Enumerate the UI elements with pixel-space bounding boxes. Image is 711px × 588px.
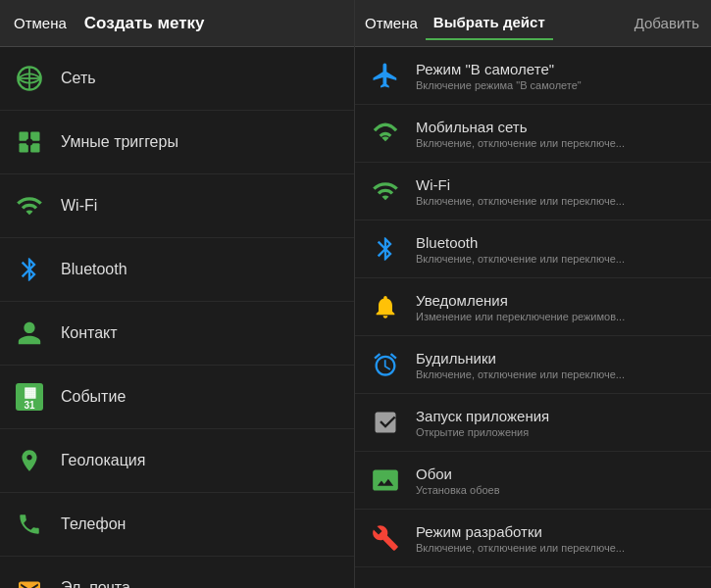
right-item-wifi-sub: Включение, отключение или переключе... [416, 195, 625, 207]
right-item-alarms[interactable]: Будильники Включение, отключение или пер… [355, 336, 711, 394]
right-item-wallpaper[interactable]: Обои Установка обоев [355, 452, 711, 510]
svg-rect-4 [30, 132, 39, 141]
left-item-event[interactable]: ▦ 31 Событие [0, 366, 354, 429]
airplane-icon [367, 57, 404, 94]
right-item-bluetooth-title: Bluetooth [416, 234, 625, 251]
right-item-airplane-sub: Включение режима "В самолете" [416, 79, 582, 91]
left-item-contact[interactable]: Контакт [0, 302, 354, 366]
cancel-left-button[interactable]: Отмена [10, 7, 76, 39]
wifi-icon-right [367, 172, 404, 210]
right-item-devmode-title: Режим разработки [416, 523, 625, 540]
bluetooth-icon-left [12, 252, 47, 287]
right-item-bluetooth-text: Bluetooth Включение, отключение или пере… [416, 234, 625, 265]
right-item-bluetooth-sub: Включение, отключение или переключе... [416, 253, 625, 265]
right-list: Режим "В самолете" Включение режима "В с… [355, 47, 711, 588]
left-item-smart-label: Умные триггеры [61, 133, 178, 151]
right-item-alarms-sub: Включение, отключение или переключе... [416, 368, 625, 380]
right-item-airplane[interactable]: Режим "В самолете" Включение режима "В с… [355, 47, 711, 105]
right-header: Отмена Выбрать дейст Добавить [355, 0, 711, 47]
left-item-network[interactable]: Сеть [0, 47, 354, 111]
right-item-wifi[interactable]: Wi-Fi Включение, отключение или переключ… [355, 163, 711, 220]
right-panel: Отмена Выбрать дейст Добавить Режим "В с… [355, 0, 711, 588]
right-item-launch-sub: Открытие приложения [416, 426, 549, 438]
left-list: Сеть Умные триггеры [0, 47, 354, 588]
left-item-wifi-label: Wi-Fi [61, 197, 97, 215]
right-item-alarms-title: Будильники [416, 350, 625, 367]
left-item-bluetooth-label: Bluetooth [61, 261, 127, 278]
right-item-mobile-text: Мобильная сеть Включение, отключение или… [416, 119, 625, 149]
wallpaper-icon [367, 462, 404, 499]
left-item-bluetooth[interactable]: Bluetooth [0, 238, 354, 302]
right-item-wifi-text: Wi-Fi Включение, отключение или переключ… [416, 176, 625, 207]
left-header: Отмена Создать метку [0, 0, 354, 47]
left-item-event-label: Событие [61, 388, 126, 406]
network-icon [12, 61, 47, 96]
left-item-contact-label: Контакт [61, 324, 118, 342]
phone-icon [12, 507, 47, 542]
right-item-wallpaper-sub: Установка обоев [416, 484, 500, 496]
mobile-network-icon [367, 115, 404, 152]
left-item-smart[interactable]: Умные триггеры [0, 111, 354, 174]
left-panel-title: Создать метку [84, 14, 205, 33]
right-item-notifications-text: Уведомления Изменение или переключение р… [416, 292, 625, 322]
right-item-devmode-text: Режим разработки Включение, отключение и… [416, 523, 625, 554]
smart-icon [12, 124, 47, 160]
left-item-email[interactable]: Эл. почта [0, 557, 354, 588]
right-item-airplane-text: Режим "В самолете" Включение режима "В с… [416, 61, 582, 91]
left-panel: Отмена Создать метку Сеть [0, 0, 355, 588]
left-item-wifi[interactable]: Wi-Fi [0, 174, 354, 238]
cancel-right-button[interactable]: Отмена [361, 7, 426, 39]
bell-icon [367, 288, 404, 325]
left-item-geo[interactable]: Геолокация [0, 429, 354, 493]
right-item-launch-text: Запуск приложения Открытие приложения [416, 408, 549, 438]
geo-icon [12, 443, 47, 478]
tab-select-action[interactable]: Выбрать дейст [426, 6, 553, 40]
left-item-phone-label: Телефон [61, 515, 126, 533]
svg-rect-6 [30, 143, 39, 152]
left-item-phone[interactable]: Телефон [0, 493, 354, 557]
right-item-alarms-text: Будильники Включение, отключение или пер… [416, 350, 625, 380]
right-item-wifi-title: Wi-Fi [416, 176, 625, 193]
right-item-notifications[interactable]: Уведомления Изменение или переключение р… [355, 278, 711, 336]
right-item-launch-title: Запуск приложения [416, 408, 549, 424]
right-item-bluetooth[interactable]: Bluetooth Включение, отключение или пере… [355, 220, 711, 278]
right-item-devmode[interactable]: Режим разработки Включение, отключение и… [355, 510, 711, 567]
right-item-mobile-title: Мобильная сеть [416, 119, 625, 135]
right-item-devmode-sub: Включение, отключение или переключе... [416, 542, 625, 554]
email-icon [12, 570, 47, 588]
right-item-notifications-title: Уведомления [416, 292, 625, 309]
left-item-geo-label: Геолокация [61, 452, 145, 469]
bluetooth-icon-right [367, 230, 404, 268]
alarm-icon [367, 346, 404, 383]
wifi-icon-left [12, 188, 47, 223]
event-icon: ▦ 31 [12, 379, 47, 415]
add-button[interactable]: Добавить [629, 7, 705, 39]
right-item-launch[interactable]: Запуск приложения Открытие приложения [355, 394, 711, 452]
svg-rect-5 [20, 143, 28, 152]
right-item-airplane-title: Режим "В самолете" [416, 61, 582, 77]
svg-rect-3 [20, 132, 28, 141]
wrench-icon [367, 519, 404, 557]
svg-point-7 [26, 139, 33, 146]
launch-icon [367, 404, 404, 441]
right-item-notifications-sub: Изменение или переключение режимов... [416, 311, 625, 322]
right-item-mobile-sub: Включение, отключение или переключе... [416, 137, 625, 149]
left-item-email-label: Эл. почта [61, 579, 130, 588]
right-item-wallpaper-text: Обои Установка обоев [416, 466, 500, 496]
right-item-wallpaper-title: Обои [416, 466, 500, 482]
left-item-network-label: Сеть [61, 70, 96, 87]
contact-icon [12, 316, 47, 351]
right-item-mobile[interactable]: Мобильная сеть Включение, отключение или… [355, 105, 711, 163]
